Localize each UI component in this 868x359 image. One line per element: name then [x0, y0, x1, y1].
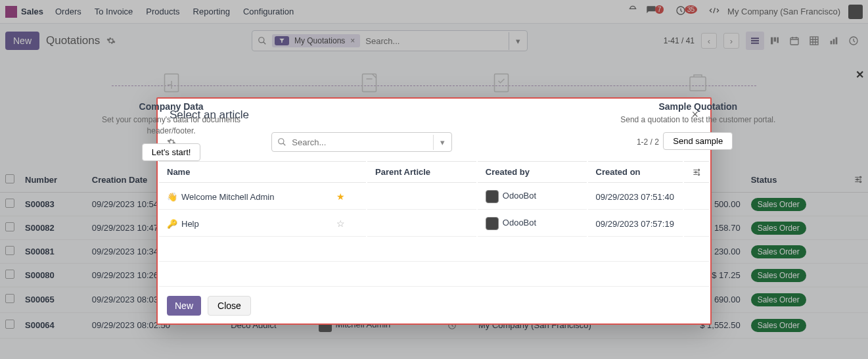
svg-rect-15: [362, 74, 376, 92]
onboard-doc-icon: [158, 70, 185, 96]
onboard-sample-icon: [685, 70, 711, 96]
onboard-sub: Set your company's data for documents he…: [93, 114, 250, 137]
onboard-lets-start-button[interactable]: Let's start!: [142, 143, 201, 161]
mcol-name[interactable]: Name: [159, 161, 366, 183]
onboard-step-sample: Sample Quotation Send a quotation to tes…: [620, 70, 775, 161]
cell-created-by: OdooBot: [478, 211, 587, 237]
article-table: Name Parent Article Created by Created o…: [158, 160, 710, 288]
onboard-title-4: Sample Quotation: [620, 101, 775, 112]
mcol-on[interactable]: Created on: [588, 161, 683, 183]
cell-parent: [367, 211, 476, 237]
cell-created-on: 09/29/2023 07:57:19: [588, 211, 683, 237]
bot-avatar: [486, 217, 499, 230]
svg-point-26: [698, 174, 699, 175]
modal-close-button[interactable]: Close: [208, 296, 251, 316]
svg-point-23: [279, 139, 284, 144]
cell-name: 👋Welcome Mitchell Admin★: [159, 184, 366, 210]
modal-search-toggle[interactable]: ▾: [433, 135, 451, 150]
svg-rect-16: [495, 74, 509, 92]
cell-name: 🔑Help☆: [159, 211, 366, 237]
modal-overlay: Select an article × ▾ 1-2 / 2 ‹ ›: [0, 0, 868, 359]
onboard-step-3: [488, 70, 514, 161]
star-empty-icon[interactable]: ☆: [336, 218, 345, 229]
key-icon: 🔑: [167, 219, 177, 229]
wave-icon: 👋: [167, 192, 177, 202]
onboard-order-icon: [488, 70, 514, 96]
modal-columns-settings-icon[interactable]: [692, 168, 701, 177]
star-filled-icon[interactable]: ★: [336, 191, 345, 202]
onboard-step-company: Company Data Set your company's data for…: [93, 70, 250, 161]
onboard-title: Company Data: [93, 101, 250, 112]
bot-avatar: [486, 190, 499, 203]
cell-created-on: 09/29/2023 07:51:40: [588, 184, 683, 210]
onboard-step-2: [356, 70, 382, 161]
cell-parent: [367, 184, 476, 210]
mcol-by[interactable]: Created by: [478, 161, 587, 183]
article-row[interactable]: 👋Welcome Mitchell Admin★OdooBot09/29/202…: [159, 184, 709, 210]
onboard-send-sample-button[interactable]: Send sample: [663, 132, 733, 150]
onboard-sub-4: Send a quotation to test the customer po…: [620, 114, 775, 126]
modal-search-icon: [272, 137, 292, 147]
mcol-parent[interactable]: Parent Article: [367, 161, 476, 183]
onboard-layout-icon: [356, 70, 382, 96]
svg-rect-17: [690, 77, 706, 91]
empty-row: [159, 238, 709, 262]
article-row[interactable]: 🔑Help☆OdooBot09/29/2023 07:57:19: [159, 211, 709, 237]
cell-created-by: OdooBot: [478, 184, 587, 210]
svg-point-24: [698, 169, 699, 170]
modal-new-button[interactable]: New: [167, 296, 201, 316]
empty-row: [159, 263, 709, 287]
onboarding-close-icon[interactable]: ✕: [856, 68, 864, 81]
